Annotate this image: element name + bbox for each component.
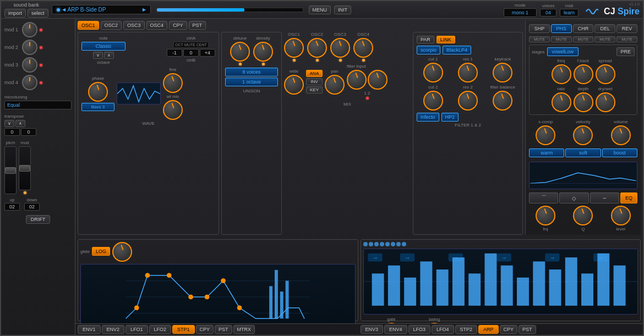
link-btn[interactable]: LINK (436, 36, 455, 43)
detune-knob[interactable] (230, 42, 250, 62)
osc4-mix-knob[interactable] (353, 38, 373, 58)
del-btn[interactable]: DEL (594, 24, 615, 33)
voices-value[interactable]: 04 (540, 9, 556, 16)
arp-tab[interactable]: ARP (478, 325, 499, 334)
shp-mute-btn[interactable]: MUTE (529, 36, 550, 42)
osc-cpy-button[interactable]: CPY (169, 21, 187, 30)
volume-knob[interactable] (611, 125, 631, 145)
rate-knob[interactable] (552, 92, 571, 112)
eq-btn[interactable]: EQ (620, 192, 637, 203)
wave-classic-btn[interactable]: Classic (81, 42, 125, 51)
warm-btn[interactable]: warm (529, 148, 564, 157)
right-cpy-btn[interactable]: CPY (500, 325, 518, 334)
q-knob[interactable] (573, 206, 593, 225)
transpose-up-arrow[interactable]: ∧ (15, 120, 25, 127)
osc3-mix-knob[interactable] (330, 38, 350, 58)
bender-down-value[interactable]: 02 (24, 203, 40, 211)
phs-mute-btn[interactable]: MUTE (551, 36, 572, 42)
midi-value[interactable]: learn (560, 9, 578, 16)
mod4-knob[interactable] (22, 75, 37, 90)
oct-down-btn[interactable]: ∨ (93, 52, 103, 59)
env3-tab[interactable]: ENV3 (361, 325, 384, 334)
par-btn[interactable]: PAR (417, 36, 434, 43)
fi1-knob[interactable] (347, 70, 367, 90)
osc3-tab[interactable]: OSC3 (123, 21, 145, 30)
preset-next-arrow[interactable]: ▶ (143, 7, 146, 12)
drywet-knob[interactable] (596, 92, 615, 112)
filter2-type-btn[interactable]: BlackLP4 (443, 46, 471, 54)
shape3-btn[interactable]: ⌣ (590, 192, 619, 203)
env1-tab[interactable]: ENV1 (78, 325, 101, 334)
density-knob[interactable] (253, 42, 273, 62)
drift-button[interactable]: DRIFT (26, 215, 51, 224)
freq-knob[interactable] (552, 64, 571, 84)
mod2-knob[interactable] (22, 40, 37, 55)
rev-btn[interactable]: REV (616, 24, 637, 33)
shape1-btn[interactable]: ⌒ (529, 192, 558, 203)
unison-mode-dropdown[interactable]: 8 voices (225, 68, 278, 76)
lfo1-tab[interactable]: LFO1 (125, 325, 148, 334)
menu-button[interactable]: MENU (309, 5, 331, 14)
stp2-tab[interactable]: STP2 (455, 325, 478, 334)
depth-knob[interactable] (574, 92, 593, 112)
filter1-mode-btn[interactable]: infecto (417, 113, 439, 122)
key-btn[interactable]: KEY (306, 86, 323, 93)
pitch-slider[interactable] (4, 146, 17, 194)
keytrack-knob[interactable] (493, 63, 512, 82)
fback-knob[interactable] (574, 64, 593, 84)
microtuning-value[interactable]: Equal (4, 101, 72, 109)
osc1-tab[interactable]: OSC1 (78, 21, 99, 30)
chr-btn[interactable]: CHR (573, 24, 594, 33)
frq-knob[interactable] (536, 206, 555, 225)
osc-pst-button[interactable]: PST (189, 21, 206, 30)
cut2-knob[interactable] (423, 91, 443, 111)
mode-value[interactable]: mono 1 (504, 8, 537, 17)
oct-val[interactable]: -1 (167, 49, 182, 57)
log-btn[interactable]: LOG (92, 247, 110, 256)
cut1-knob[interactable] (423, 63, 443, 82)
transpose-val2[interactable]: 0 (21, 128, 36, 136)
mute-val[interactable]: 0 (183, 49, 199, 57)
mod3-knob[interactable] (22, 57, 37, 73)
init-button[interactable]: INIT (334, 5, 351, 14)
pre-btn[interactable]: PRE (616, 47, 635, 56)
osc2-mix-knob[interactable] (307, 38, 327, 58)
mtrx-btn[interactable]: MTRX (233, 325, 255, 334)
progress-bar[interactable] (156, 8, 303, 12)
glide-knob[interactable] (112, 242, 132, 262)
select-button[interactable]: select (28, 9, 48, 18)
env2-tab[interactable]: ENV2 (102, 325, 125, 334)
wide-knob[interactable] (284, 75, 304, 95)
unison-octave-dropdown[interactable]: 1 octave (225, 78, 278, 86)
left-pst-btn[interactable]: PST (215, 325, 232, 334)
filter-balance-knob[interactable] (493, 91, 512, 111)
mod-slider[interactable] (19, 146, 31, 190)
shape2-btn[interactable]: ◇ (559, 192, 588, 203)
lfo3-tab[interactable]: LFO3 (408, 325, 431, 334)
res1-knob[interactable] (458, 63, 478, 82)
fine-knob[interactable] (163, 73, 183, 93)
xcomp-knob[interactable] (536, 125, 555, 145)
wave-bass-btn[interactable]: Bass 3 (81, 103, 114, 111)
boost-btn[interactable]: boost (602, 148, 637, 157)
fi2-knob[interactable] (368, 70, 388, 90)
stages-type-btn[interactable]: vowelLow (547, 47, 579, 56)
cent-val[interactable]: +4 (200, 49, 215, 57)
osc2-tab[interactable]: OSC2 (101, 21, 122, 30)
rev-mute-btn[interactable]: MUTE (616, 36, 637, 42)
shp-btn[interactable]: SHP (529, 24, 550, 33)
left-cpy-btn[interactable]: CPY (196, 325, 214, 334)
del-mute-btn[interactable]: MUTE (594, 36, 615, 42)
osc1-mix-knob[interactable] (284, 38, 304, 58)
import-button[interactable]: import (4, 9, 26, 18)
level-knob[interactable] (611, 206, 631, 225)
transpose-val1[interactable]: 0 (4, 128, 20, 136)
phs-btn[interactable]: PHS (551, 24, 572, 33)
soft-btn[interactable]: soft (565, 148, 601, 157)
inv-btn[interactable]: INV (306, 78, 323, 85)
right-pst-btn[interactable]: PST (519, 325, 536, 334)
env4-tab[interactable]: ENV4 (384, 325, 407, 334)
phase-knob[interactable] (88, 82, 108, 102)
osc4-tab[interactable]: OSC4 (146, 21, 168, 30)
mod1-knob[interactable] (22, 22, 37, 37)
